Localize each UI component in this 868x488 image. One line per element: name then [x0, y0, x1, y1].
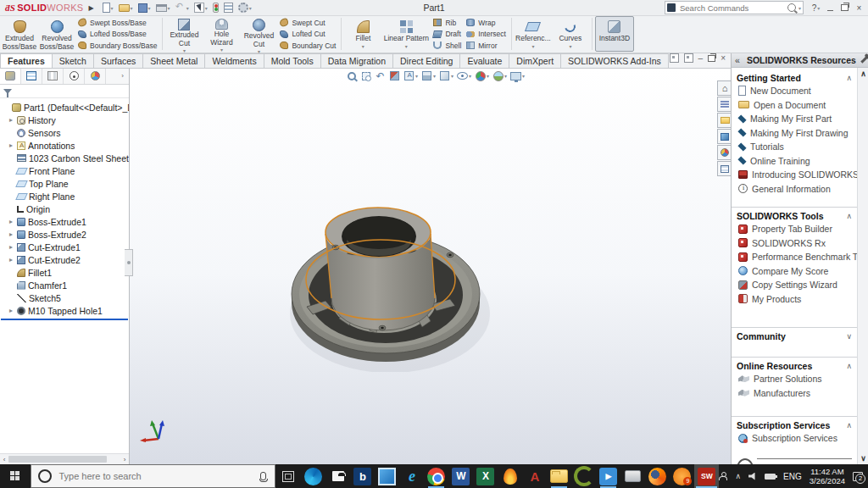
- windows-search-box[interactable]: [31, 464, 275, 488]
- command-tab[interactable]: Surfaces: [93, 53, 143, 68]
- tree-item[interactable]: Origin: [0, 202, 129, 215]
- battery-icon[interactable]: [765, 474, 776, 480]
- tree-item[interactable]: 1023 Carbon Steel Sheet (SS): [0, 152, 129, 164]
- command-tab[interactable]: Features: [0, 53, 53, 68]
- resource-link[interactable]: SOLIDWORKS Rx: [737, 236, 852, 251]
- scroll-down-icon[interactable]: ∨: [860, 454, 866, 463]
- command-tab[interactable]: Weldments: [204, 53, 264, 68]
- section-chevron-icon[interactable]: ∧: [846, 421, 852, 430]
- tree-item[interactable]: ▸ Annotations: [0, 139, 129, 152]
- resource-link[interactable]: Partner Solutions: [737, 372, 852, 386]
- people-icon[interactable]: [719, 472, 727, 480]
- resource-link[interactable]: Making My First Part: [737, 112, 852, 126]
- tab-overflow-icon[interactable]: ›: [121, 72, 127, 80]
- resource-link[interactable]: Making My First Drawing: [737, 126, 852, 141]
- command-tab[interactable]: DimXpert: [509, 53, 561, 68]
- tree-item[interactable]: ▸ Boss-Extrude2: [0, 228, 129, 241]
- resource-link[interactable]: Online Training: [737, 154, 852, 169]
- taskbar-app[interactable]: [326, 464, 350, 488]
- taskbar-app[interactable]: ▶: [596, 464, 620, 488]
- resource-link[interactable]: Property Tab Builder: [737, 222, 852, 236]
- resource-link[interactable]: Tutorials: [737, 140, 852, 154]
- dropdown-caret-icon[interactable]: ▾: [504, 73, 507, 79]
- tree-horizontal-scrollbar[interactable]: ‹ ›: [0, 453, 129, 464]
- dropdown-caret-icon[interactable]: ▾: [522, 73, 525, 79]
- revolved-boss-base-button[interactable]: Revolved Boss/Base: [38, 16, 75, 52]
- dropdown-caret-icon[interactable]: ▾: [487, 73, 489, 79]
- taskbar-app[interactable]: [498, 464, 522, 488]
- linear-pattern-button[interactable]: Linear Pattern ▾: [381, 16, 431, 52]
- taskbar-app[interactable]: e: [399, 464, 424, 488]
- doc-close-button[interactable]: ×: [721, 53, 726, 63]
- taskbar-app[interactable]: [301, 464, 326, 488]
- curves-button[interactable]: Curves ▾: [552, 16, 589, 52]
- taskbar-app[interactable]: X: [473, 464, 498, 488]
- expander-icon[interactable]: ▸: [8, 243, 14, 251]
- taskbar-app[interactable]: [571, 464, 596, 488]
- command-tab[interactable]: Sketch: [52, 53, 94, 68]
- command-tab[interactable]: Sheet Metal: [142, 53, 205, 68]
- windows-search-input[interactable]: [57, 470, 255, 482]
- dropdown-caret-icon[interactable]: ▾: [131, 5, 133, 11]
- scroll-left-icon[interactable]: ‹: [0, 456, 8, 463]
- dropdown-caret-icon[interactable]: ▾: [433, 73, 436, 79]
- command-tab[interactable]: Evaluate: [459, 53, 509, 68]
- resource-link[interactable]: Subscription Services: [737, 431, 852, 446]
- pin-icon[interactable]: [860, 56, 867, 63]
- taskbar-app[interactable]: [424, 464, 448, 488]
- language-indicator[interactable]: ENG: [783, 472, 802, 481]
- scroll-right-icon[interactable]: ›: [120, 456, 129, 463]
- section-chevron-icon[interactable]: ∧: [846, 74, 852, 82]
- tree-item[interactable]: Right Plane: [0, 190, 129, 202]
- graphics-area[interactable]: ▾ ▾ ▾ ▾ ▾ ▾: [129, 68, 731, 464]
- doc-restore-button[interactable]: [708, 55, 715, 62]
- extruded-cut-button[interactable]: Extruded Cut ▾: [165, 16, 203, 52]
- expander-icon[interactable]: ▸: [8, 141, 14, 149]
- tree-item[interactable]: Top Plane: [0, 177, 129, 190]
- hole-wizard-button[interactable]: Hole Wizard ▾: [203, 16, 240, 52]
- dropdown-caret-icon[interactable]: ▾: [415, 73, 418, 79]
- command-tab[interactable]: Data Migration: [320, 53, 393, 68]
- resource-link[interactable]: Copy Settings Wizard: [737, 278, 852, 292]
- manager-tab[interactable]: [85, 68, 106, 84]
- tree-item[interactable]: Sketch5: [0, 291, 129, 304]
- reference-geometry-button[interactable]: Referenc... ▾: [515, 16, 552, 52]
- dropdown-caret-icon[interactable]: ▾: [451, 73, 453, 79]
- dropdown-caret-icon[interactable]: ▾: [148, 5, 151, 11]
- resource-link[interactable]: Introducing SOLIDWORKS: [737, 168, 852, 182]
- taskbar-app[interactable]: [645, 464, 670, 488]
- menu-flyout-icon[interactable]: ▶: [88, 4, 93, 12]
- search-dropdown-icon[interactable]: ▾: [798, 5, 801, 11]
- tree-item[interactable]: ▸ Cut-Extrude1: [0, 241, 129, 253]
- microphone-icon[interactable]: [260, 472, 266, 480]
- dropdown-caret-icon[interactable]: ▾: [168, 5, 170, 11]
- resource-link[interactable]: Compare My Score: [737, 264, 852, 279]
- panel-collapse-handle[interactable]: [125, 249, 133, 276]
- taskbar-app[interactable]: 9: [670, 464, 694, 488]
- tree-item[interactable]: Sensors: [0, 126, 129, 139]
- taskbar-app[interactable]: SW: [694, 464, 719, 488]
- taskbar-app[interactable]: W: [448, 464, 473, 488]
- task-view-icon[interactable]: [282, 471, 294, 482]
- collapse-pane-icon[interactable]: «: [735, 55, 740, 65]
- command-tab[interactable]: SOLIDWORKS Add-Ins: [560, 53, 669, 68]
- dropdown-caret-icon[interactable]: ▾: [469, 73, 471, 79]
- resource-link[interactable]: Manufacturers: [737, 386, 852, 401]
- resource-link[interactable]: Open a Document: [737, 98, 852, 113]
- expander-icon[interactable]: ▸: [8, 256, 14, 263]
- tree-item[interactable]: ▸ Cut-Extrude2: [0, 253, 129, 266]
- speaker-icon[interactable]: [748, 473, 757, 480]
- taskbar-app[interactable]: A: [522, 464, 547, 488]
- command-tab[interactable]: Direct Editing: [392, 53, 460, 68]
- search-commands-box[interactable]: ▾: [665, 1, 804, 14]
- manager-tab[interactable]: [64, 68, 85, 84]
- taskbar-app[interactable]: [547, 464, 571, 488]
- restore-button[interactable]: [837, 1, 852, 14]
- command-tab[interactable]: Mold Tools: [264, 53, 321, 68]
- section-chevron-icon[interactable]: ∧: [846, 362, 852, 370]
- taskbar-app[interactable]: [620, 464, 645, 488]
- close-button[interactable]: ×: [852, 1, 866, 14]
- start-button[interactable]: [0, 464, 31, 488]
- resource-link[interactable]: New Document: [737, 84, 852, 98]
- manager-tab[interactable]: [21, 68, 42, 84]
